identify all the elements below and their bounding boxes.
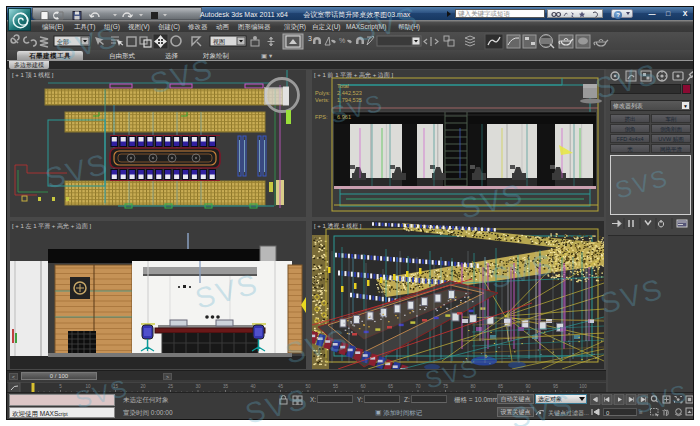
svg-text:55: 55 <box>333 384 339 389</box>
svg-text:15: 15 <box>113 384 119 389</box>
svg-text:1,794,535: 1,794,535 <box>337 97 362 103</box>
svg-text:20: 20 <box>140 384 146 389</box>
svg-text:5: 5 <box>59 384 62 389</box>
svg-text:6.961: 6.961 <box>337 114 351 120</box>
svg-text:全部: 全部 <box>56 38 69 46</box>
svg-text:40: 40 <box>250 384 256 389</box>
svg-text:60: 60 <box>360 384 366 389</box>
svg-text:3: 3 <box>308 35 312 42</box>
svg-text:30: 30 <box>195 384 201 389</box>
svg-text:Total: Total <box>337 83 349 89</box>
svg-text:45: 45 <box>278 384 284 389</box>
svg-text:65: 65 <box>388 384 394 389</box>
svg-text:95: 95 <box>553 384 559 389</box>
svg-text:视图: 视图 <box>213 38 225 46</box>
svg-text:25: 25 <box>168 384 174 389</box>
svg-text:90: 90 <box>525 384 531 389</box>
svg-text:75: 75 <box>443 384 449 389</box>
svg-text:Verts:: Verts: <box>315 97 330 103</box>
svg-text:50: 50 <box>305 384 311 389</box>
svg-text:35: 35 <box>223 384 229 389</box>
svg-text:%: % <box>339 37 345 44</box>
svg-text:100: 100 <box>579 384 587 389</box>
svg-text:FPS:: FPS: <box>315 114 328 120</box>
svg-text:80: 80 <box>470 384 476 389</box>
svg-text:10: 10 <box>85 384 91 389</box>
svg-text:Polys:: Polys: <box>315 90 331 96</box>
svg-text:70: 70 <box>415 384 421 389</box>
svg-text:2,442,523: 2,442,523 <box>337 90 362 96</box>
svg-text:85: 85 <box>498 384 504 389</box>
